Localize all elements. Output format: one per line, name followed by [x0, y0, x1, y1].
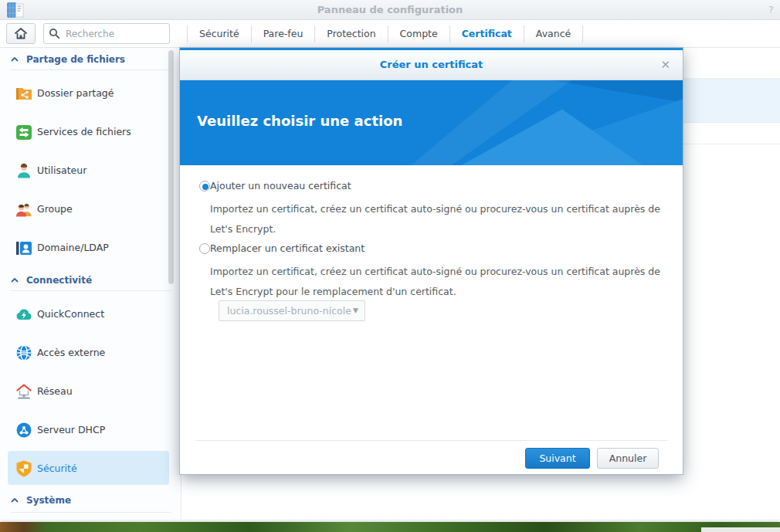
group-icon — [15, 200, 33, 219]
sidebar-item-label: Accès externe — [37, 334, 105, 372]
option-replace-description: Importez un certificat, créez un certifi… — [210, 262, 670, 302]
tab-bar: Sécurité Pare-feu Protection Compte Cert… — [187, 20, 583, 47]
section-title: Système — [26, 495, 71, 506]
option-add-description: Importez un certificat, créez un certifi… — [210, 199, 670, 239]
search-input[interactable] — [43, 23, 170, 44]
section-title: Partage de fichiers — [26, 54, 125, 65]
shared-folder-icon — [15, 84, 33, 103]
home-icon — [14, 27, 28, 40]
search-box — [43, 23, 170, 44]
radio-replace-certificate[interactable] — [199, 243, 210, 254]
globe-icon — [15, 344, 33, 362]
domain-ldap-icon — [15, 239, 33, 257]
sidebar-item-domaine-ldap[interactable]: Domaine/LDAP — [0, 229, 181, 267]
sidebar-scrollbar[interactable] — [168, 50, 174, 284]
section-title: Connectivité — [26, 275, 92, 286]
help-icon[interactable]: ? — [768, 0, 774, 20]
user-icon — [15, 161, 33, 180]
certificate-select-dropdown[interactable]: lucia.roussel-bruno-nicole ▼ — [219, 300, 365, 321]
sidebar-section-systeme[interactable]: Système — [11, 493, 71, 507]
home-button[interactable] — [6, 23, 36, 44]
sidebar-section-connectivite[interactable]: Connectivité — [11, 273, 92, 287]
sidebar-section-partage[interactable]: Partage de fichiers — [11, 53, 125, 66]
quickconnect-cloud-icon — [15, 305, 33, 324]
chevron-down-icon: ▼ — [353, 301, 358, 320]
dropdown-value: lucia.roussel-bruno-nicole — [227, 301, 351, 320]
tab-separator — [582, 25, 583, 42]
banner-title: Veuillez choisir une action — [197, 113, 402, 129]
chevron-up-icon — [11, 498, 19, 503]
chevron-up-icon — [11, 57, 19, 62]
tab-avance[interactable]: Avancé — [524, 20, 582, 47]
sidebar-item-label: Réseau — [37, 372, 73, 411]
window-titlebar: Panneau de configuration ? — [0, 0, 780, 20]
tab-compte[interactable]: Compte — [388, 20, 449, 47]
divider — [195, 440, 667, 441]
sidebar-item-utilisateur[interactable]: Utilisateur — [0, 151, 181, 190]
divider — [11, 69, 171, 70]
chevron-up-icon — [11, 278, 19, 283]
divider — [11, 512, 171, 513]
option-add-label[interactable]: Ajouter un nouveau certificat — [210, 176, 643, 196]
sidebar-item-label: Sécurité — [37, 449, 77, 488]
radio-add-certificate[interactable] — [199, 181, 210, 191]
toolbar: Sécurité Pare-feu Protection Compte Cert… — [0, 20, 780, 48]
sidebar-item-acces-externe[interactable]: Accès externe — [0, 334, 181, 372]
control-panel-window: Panneau de configuration ? Sécurité Pare… — [0, 0, 780, 532]
divider — [11, 290, 171, 291]
dhcp-server-icon — [15, 421, 33, 439]
sidebar-item-label: Utilisateur — [37, 151, 86, 190]
cancel-button[interactable]: Annuler — [597, 448, 659, 469]
sidebar-item-label: Services de fichiers — [37, 113, 131, 151]
window-title: Panneau de configuration — [0, 0, 780, 20]
tab-certificat[interactable]: Certificat — [450, 20, 524, 47]
desktop-wallpaper — [0, 522, 780, 532]
sidebar-item-label: Groupe — [37, 190, 73, 229]
sidebar-item-groupe[interactable]: Groupe — [0, 190, 181, 229]
dialog-banner: Veuillez choisir une action — [180, 80, 683, 165]
sidebar-item-serveur-dhcp[interactable]: Serveur DHCP — [0, 411, 181, 449]
sidebar-item-services-fichiers[interactable]: Services de fichiers — [0, 113, 181, 151]
search-icon — [49, 28, 60, 39]
security-shield-icon — [15, 459, 33, 478]
sidebar-item-label: Dossier partagé — [37, 74, 114, 113]
sidebar-item-securite[interactable]: Sécurité — [0, 449, 181, 488]
tab-securite[interactable]: Sécurité — [188, 20, 251, 47]
sidebar-item-reseau[interactable]: Réseau — [0, 372, 181, 411]
background-window-edge — [701, 527, 780, 532]
sidebar: Partage de fichiers Dossier partagé Serv… — [0, 48, 181, 522]
dialog-titlebar[interactable]: Créer un certificat ✕ — [180, 48, 683, 80]
tab-protection[interactable]: Protection — [315, 20, 387, 47]
create-certificate-dialog: Créer un certificat ✕ Veuillez choisir u… — [180, 48, 683, 474]
network-house-icon — [15, 382, 33, 401]
next-button[interactable]: Suivant — [525, 448, 590, 469]
sidebar-item-label: QuickConnect — [37, 295, 104, 334]
option-replace-label[interactable]: Remplacer un certificat existant — [210, 239, 643, 259]
sidebar-item-dossier-partage[interactable]: Dossier partagé — [0, 74, 181, 113]
sidebar-item-label: Serveur DHCP — [37, 411, 105, 449]
sidebar-item-label: Domaine/LDAP — [37, 229, 109, 267]
sidebar-item-quickconnect[interactable]: QuickConnect — [0, 295, 181, 334]
dialog-title: Créer un certificat — [180, 50, 683, 80]
tab-pare-feu[interactable]: Pare-feu — [252, 20, 315, 47]
file-services-icon — [15, 123, 33, 141]
close-icon[interactable]: ✕ — [660, 57, 670, 73]
